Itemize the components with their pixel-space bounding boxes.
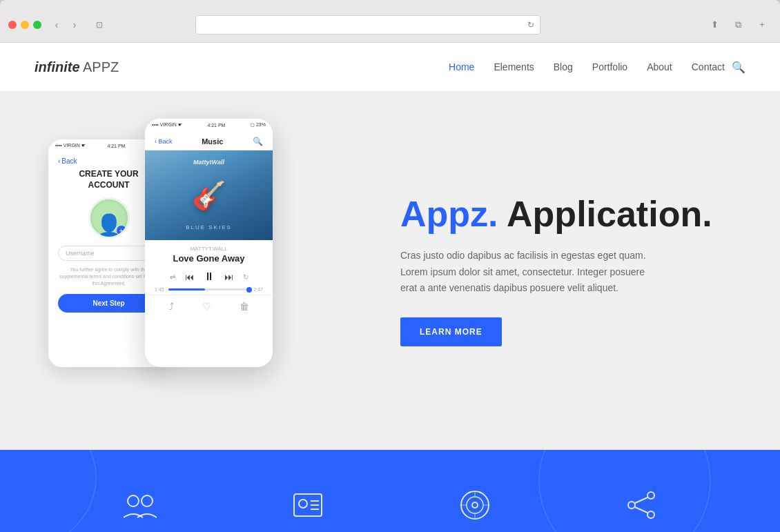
time-start: 1:45 bbox=[155, 287, 164, 292]
avatar-circle: 👤 + bbox=[88, 197, 130, 239]
progress-area: 1:45 2:47 bbox=[145, 287, 273, 292]
nav-link-contact[interactable]: Contact bbox=[692, 61, 725, 72]
album-title-overlay: MattytWall bbox=[145, 159, 273, 166]
new-tab-button[interactable]: + bbox=[752, 17, 772, 32]
music-controls: ⇄ ⏮ ⏸ ⏭ ↻ bbox=[145, 266, 273, 287]
footer-bg-circle-1 bbox=[0, 450, 97, 532]
browser-chrome: ‹ › ⊡ ↻ ⬆ ⧉ + bbox=[0, 0, 780, 43]
username-field[interactable]: Username 👤 bbox=[58, 246, 159, 261]
nav-item-about[interactable]: About bbox=[647, 61, 672, 73]
avatar-plus-icon[interactable]: + bbox=[117, 226, 126, 235]
close-button[interactable] bbox=[8, 21, 17, 29]
website-content: infinite APPZ Home Elements Blog Portfol… bbox=[0, 43, 780, 532]
search-icon[interactable]: 🔍 bbox=[732, 61, 745, 74]
music-header: ‹ Back Music 🔍 bbox=[145, 131, 273, 150]
nav-item-portfolio[interactable]: Portfolio bbox=[592, 61, 627, 73]
status-carrier-front: •••• VIRGIN ☛ bbox=[152, 122, 182, 128]
duplicate-button[interactable]: ⧉ bbox=[729, 17, 748, 32]
create-account-title: CREATE YOURACCOUNT bbox=[58, 169, 159, 190]
nav-link-home[interactable]: Home bbox=[449, 61, 474, 72]
forward-nav-button[interactable]: › bbox=[66, 17, 83, 33]
minimize-button[interactable] bbox=[21, 21, 29, 29]
song-title: Love Gone Away bbox=[155, 253, 263, 264]
next-button[interactable]: ⏭ bbox=[224, 272, 233, 282]
share-button[interactable]: ⬆ bbox=[705, 17, 725, 32]
album-subtitle-overlay: BLUE SKIES bbox=[145, 224, 273, 230]
time-end: 2:47 bbox=[253, 287, 263, 292]
hero-description: Cras justo odio dapibus ac facilisis in … bbox=[400, 248, 663, 297]
shuffle-button[interactable]: ⇄ bbox=[170, 273, 175, 281]
svg-point-3 bbox=[299, 500, 307, 508]
agreement-text: You further agree to comply with the sup… bbox=[58, 266, 159, 286]
nav-link-about[interactable]: About bbox=[647, 61, 672, 72]
like-button[interactable]: ♡ bbox=[202, 301, 211, 312]
svg-point-9 bbox=[472, 502, 478, 508]
group-people-icon bbox=[124, 491, 157, 519]
song-artist: MATTYT.WALL bbox=[155, 246, 263, 252]
album-figure-icon: 🎸 bbox=[192, 179, 226, 212]
progress-fill bbox=[168, 288, 205, 290]
music-song-info: MATTYT.WALL Love Gone Away bbox=[145, 240, 273, 266]
play-pause-button[interactable]: ⏸ bbox=[204, 270, 215, 283]
footer-icon-disc bbox=[460, 490, 490, 520]
nav-item-contact[interactable]: Contact bbox=[692, 61, 725, 73]
music-actions: ⤴ ♡ 🗑 bbox=[145, 295, 273, 317]
share-music-button[interactable]: ⤴ bbox=[169, 301, 174, 312]
hero-text: Appz. Application. Cras justo odio dapib… bbox=[373, 195, 739, 347]
learn-more-button[interactable]: LEARN MORE bbox=[400, 317, 502, 346]
navbar: infinite APPZ Home Elements Blog Portfol… bbox=[0, 43, 780, 91]
id-card-icon bbox=[293, 491, 323, 519]
hero-section: •••• VIRGIN ☛ 4:21 PM ◻ 33% ‹ Back CREAT… bbox=[0, 91, 780, 450]
logo: infinite APPZ bbox=[35, 59, 119, 75]
status-bar-front: •••• VIRGIN ☛ 4:21 PM ◻ 23% bbox=[145, 119, 273, 131]
logo-bold: infinite bbox=[35, 59, 80, 75]
svg-point-0 bbox=[128, 495, 139, 506]
status-battery-front: ◻ 23% bbox=[251, 122, 266, 128]
status-carrier-back: •••• VIRGIN ☛ bbox=[55, 143, 86, 148]
hero-headline-black: Application. bbox=[498, 194, 712, 234]
nav-item-elements[interactable]: Elements bbox=[494, 61, 534, 73]
disc-icon bbox=[460, 490, 490, 520]
username-placeholder: Username bbox=[66, 250, 95, 257]
phones-area: •••• VIRGIN ☛ 4:21 PM ◻ 33% ‹ Back CREAT… bbox=[41, 112, 373, 429]
nav-links: Home Elements Blog Portfolio About Conta… bbox=[449, 61, 725, 73]
tab-view-button[interactable]: ⊡ bbox=[90, 17, 109, 32]
nav-link-blog[interactable]: Blog bbox=[554, 61, 573, 72]
refresh-icon[interactable]: ↻ bbox=[527, 20, 534, 30]
repeat-button[interactable]: ↻ bbox=[243, 273, 248, 281]
nav-link-elements[interactable]: Elements bbox=[494, 61, 534, 72]
svg-point-8 bbox=[467, 497, 483, 513]
music-title: Music bbox=[202, 137, 223, 146]
nav-item-blog[interactable]: Blog bbox=[554, 61, 573, 73]
nav-item-home[interactable]: Home bbox=[449, 61, 474, 73]
album-art: MattytWall 🎸 BLUE SKIES bbox=[145, 150, 273, 240]
progress-dot bbox=[246, 287, 252, 293]
music-back-button[interactable]: ‹ Back bbox=[155, 138, 173, 145]
logo-light: APPZ bbox=[80, 59, 119, 75]
back-nav-button[interactable]: ‹ bbox=[48, 17, 65, 33]
footer-bg-circle-2 bbox=[538, 450, 711, 532]
hero-headline-blue: Appz. bbox=[400, 194, 498, 234]
next-step-button[interactable]: Next Step bbox=[58, 294, 159, 313]
prev-button[interactable]: ⏮ bbox=[185, 272, 194, 282]
back-button-phone[interactable]: ‹ Back bbox=[58, 157, 159, 165]
status-time-back: 4:21 PM bbox=[107, 144, 125, 148]
svg-point-1 bbox=[142, 495, 153, 506]
browser-actions: ⬆ ⧉ + bbox=[705, 17, 772, 32]
fullscreen-button[interactable] bbox=[33, 21, 41, 29]
hero-headline: Appz. Application. bbox=[400, 195, 739, 234]
progress-bar[interactable] bbox=[168, 288, 250, 290]
status-time-front: 4:21 PM bbox=[207, 123, 225, 128]
footer-icon-card bbox=[293, 491, 323, 519]
footer-icon-group bbox=[124, 491, 157, 519]
nav-link-portfolio[interactable]: Portfolio bbox=[592, 61, 627, 72]
blue-footer bbox=[0, 450, 780, 532]
delete-button[interactable]: 🗑 bbox=[240, 301, 249, 312]
music-search-icon[interactable]: 🔍 bbox=[253, 137, 263, 146]
phone-music-player: •••• VIRGIN ☛ 4:21 PM ◻ 23% ‹ Back Music… bbox=[145, 119, 273, 367]
nav-arrows: ‹ › bbox=[48, 17, 83, 33]
traffic-lights bbox=[8, 21, 41, 29]
address-bar[interactable]: ↻ bbox=[195, 15, 540, 35]
